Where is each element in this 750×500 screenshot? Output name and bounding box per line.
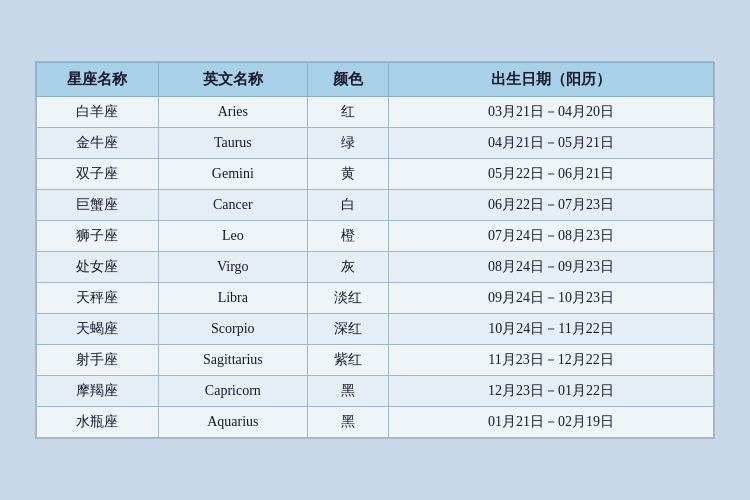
cell-date: 05月22日－06月21日	[389, 159, 714, 190]
cell-en-name: Sagittarius	[158, 345, 307, 376]
cell-zh-name: 天蝎座	[37, 314, 159, 345]
cell-zh-name: 巨蟹座	[37, 190, 159, 221]
cell-en-name: Gemini	[158, 159, 307, 190]
cell-color: 红	[307, 97, 388, 128]
cell-en-name: Scorpio	[158, 314, 307, 345]
table-row: 水瓶座Aquarius黑01月21日－02月19日	[37, 407, 714, 438]
cell-date: 04月21日－05月21日	[389, 128, 714, 159]
table-row: 巨蟹座Cancer白06月22日－07月23日	[37, 190, 714, 221]
cell-en-name: Taurus	[158, 128, 307, 159]
header-date: 出生日期（阳历）	[389, 63, 714, 97]
table-row: 天秤座Libra淡红09月24日－10月23日	[37, 283, 714, 314]
cell-color: 淡红	[307, 283, 388, 314]
cell-en-name: Leo	[158, 221, 307, 252]
cell-en-name: Libra	[158, 283, 307, 314]
zodiac-table: 星座名称 英文名称 颜色 出生日期（阳历） 白羊座Aries红03月21日－04…	[36, 62, 714, 438]
cell-zh-name: 水瓶座	[37, 407, 159, 438]
cell-en-name: Virgo	[158, 252, 307, 283]
cell-color: 灰	[307, 252, 388, 283]
table-row: 白羊座Aries红03月21日－04月20日	[37, 97, 714, 128]
cell-date: 11月23日－12月22日	[389, 345, 714, 376]
header-en-name: 英文名称	[158, 63, 307, 97]
cell-zh-name: 狮子座	[37, 221, 159, 252]
cell-zh-name: 射手座	[37, 345, 159, 376]
table-header-row: 星座名称 英文名称 颜色 出生日期（阳历）	[37, 63, 714, 97]
cell-date: 03月21日－04月20日	[389, 97, 714, 128]
cell-zh-name: 处女座	[37, 252, 159, 283]
cell-date: 06月22日－07月23日	[389, 190, 714, 221]
cell-en-name: Aries	[158, 97, 307, 128]
cell-zh-name: 天秤座	[37, 283, 159, 314]
cell-color: 黄	[307, 159, 388, 190]
table-row: 天蝎座Scorpio深红10月24日－11月22日	[37, 314, 714, 345]
cell-zh-name: 金牛座	[37, 128, 159, 159]
cell-zh-name: 摩羯座	[37, 376, 159, 407]
zodiac-table-container: 星座名称 英文名称 颜色 出生日期（阳历） 白羊座Aries红03月21日－04…	[35, 61, 715, 439]
cell-color: 橙	[307, 221, 388, 252]
cell-date: 12月23日－01月22日	[389, 376, 714, 407]
table-row: 狮子座Leo橙07月24日－08月23日	[37, 221, 714, 252]
cell-color: 深红	[307, 314, 388, 345]
header-zh-name: 星座名称	[37, 63, 159, 97]
cell-date: 09月24日－10月23日	[389, 283, 714, 314]
cell-color: 黑	[307, 407, 388, 438]
cell-color: 黑	[307, 376, 388, 407]
cell-en-name: Capricorn	[158, 376, 307, 407]
header-color: 颜色	[307, 63, 388, 97]
table-body: 白羊座Aries红03月21日－04月20日金牛座Taurus绿04月21日－0…	[37, 97, 714, 438]
table-row: 射手座Sagittarius紫红11月23日－12月22日	[37, 345, 714, 376]
cell-zh-name: 双子座	[37, 159, 159, 190]
cell-color: 白	[307, 190, 388, 221]
cell-en-name: Cancer	[158, 190, 307, 221]
cell-color: 绿	[307, 128, 388, 159]
cell-date: 10月24日－11月22日	[389, 314, 714, 345]
table-row: 金牛座Taurus绿04月21日－05月21日	[37, 128, 714, 159]
cell-color: 紫红	[307, 345, 388, 376]
table-row: 处女座Virgo灰08月24日－09月23日	[37, 252, 714, 283]
cell-date: 08月24日－09月23日	[389, 252, 714, 283]
cell-zh-name: 白羊座	[37, 97, 159, 128]
cell-date: 07月24日－08月23日	[389, 221, 714, 252]
cell-en-name: Aquarius	[158, 407, 307, 438]
table-row: 摩羯座Capricorn黑12月23日－01月22日	[37, 376, 714, 407]
table-row: 双子座Gemini黄05月22日－06月21日	[37, 159, 714, 190]
cell-date: 01月21日－02月19日	[389, 407, 714, 438]
